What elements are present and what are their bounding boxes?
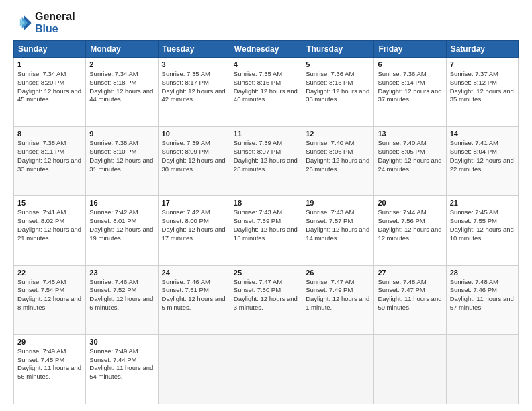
day-info: Sunrise: 7:43 AMSunset: 7:57 PMDaylight:… [306,208,370,242]
page: General Blue Sunday Monday Tuesday Wedne… [0,0,532,411]
calendar-cell: 10Sunrise: 7:39 AMSunset: 8:09 PMDayligh… [158,127,230,196]
day-number: 23 [89,269,154,277]
day-number: 28 [450,269,515,277]
day-info: Sunrise: 7:39 AMSunset: 8:09 PMDaylight:… [162,139,226,173]
calendar-week-row: 22Sunrise: 7:45 AMSunset: 7:54 PMDayligh… [14,265,519,334]
day-number: 15 [17,199,82,207]
calendar-cell: 27Sunrise: 7:48 AMSunset: 7:47 PMDayligh… [374,265,446,334]
day-info: Sunrise: 7:36 AMSunset: 8:14 PMDaylight:… [378,70,442,104]
logo: General Blue [13,11,75,35]
calendar-cell: 6Sunrise: 7:36 AMSunset: 8:14 PMDaylight… [374,58,446,127]
calendar-cell [446,334,518,404]
calendar-cell: 17Sunrise: 7:42 AMSunset: 8:00 PMDayligh… [158,196,230,265]
day-number: 24 [162,269,226,277]
calendar-cell: 24Sunrise: 7:46 AMSunset: 7:51 PMDayligh… [158,265,230,334]
calendar-cell: 20Sunrise: 7:44 AMSunset: 7:56 PMDayligh… [374,196,446,265]
th-saturday: Saturday [446,41,518,58]
day-number: 3 [162,60,226,68]
calendar-cell: 25Sunrise: 7:47 AMSunset: 7:50 PMDayligh… [230,265,302,334]
day-number: 16 [89,199,154,207]
th-friday: Friday [374,41,446,58]
calendar-cell: 22Sunrise: 7:45 AMSunset: 7:54 PMDayligh… [14,265,86,334]
day-number: 6 [378,60,442,68]
day-number: 13 [378,130,442,138]
day-info: Sunrise: 7:41 AMSunset: 8:02 PMDaylight:… [17,208,82,242]
day-info: Sunrise: 7:44 AMSunset: 7:56 PMDaylight:… [378,208,442,242]
calendar-cell: 19Sunrise: 7:43 AMSunset: 7:57 PMDayligh… [302,196,374,265]
day-info: Sunrise: 7:34 AMSunset: 8:18 PMDaylight:… [89,70,154,104]
day-info: Sunrise: 7:49 AMSunset: 7:45 PMDaylight:… [17,347,82,381]
day-number: 7 [450,60,515,68]
day-info: Sunrise: 7:37 AMSunset: 8:12 PMDaylight:… [450,70,515,104]
th-monday: Monday [86,41,158,58]
calendar-table: Sunday Monday Tuesday Wednesday Thursday… [13,40,519,404]
day-number: 2 [89,60,154,68]
day-info: Sunrise: 7:40 AMSunset: 8:05 PMDaylight:… [378,139,442,173]
calendar-week-row: 1Sunrise: 7:34 AMSunset: 8:20 PMDaylight… [14,58,519,127]
day-info: Sunrise: 7:48 AMSunset: 7:47 PMDaylight:… [378,278,442,312]
th-sunday: Sunday [14,41,86,58]
day-info: Sunrise: 7:41 AMSunset: 8:04 PMDaylight:… [450,139,515,173]
calendar-cell: 29Sunrise: 7:49 AMSunset: 7:45 PMDayligh… [14,334,86,404]
day-info: Sunrise: 7:47 AMSunset: 7:50 PMDaylight:… [234,278,298,312]
day-number: 11 [234,130,298,138]
th-tuesday: Tuesday [158,41,230,58]
day-number: 10 [162,130,226,138]
calendar-cell: 3Sunrise: 7:35 AMSunset: 8:17 PMDaylight… [158,58,230,127]
day-info: Sunrise: 7:45 AMSunset: 7:55 PMDaylight:… [450,208,515,242]
calendar-cell: 7Sunrise: 7:37 AMSunset: 8:12 PMDaylight… [446,58,518,127]
calendar-cell [374,334,446,404]
day-info: Sunrise: 7:42 AMSunset: 8:01 PMDaylight:… [89,208,154,242]
calendar-cell: 9Sunrise: 7:38 AMSunset: 8:10 PMDaylight… [86,127,158,196]
th-wednesday: Wednesday [230,41,302,58]
day-info: Sunrise: 7:38 AMSunset: 8:10 PMDaylight:… [89,139,154,173]
day-info: Sunrise: 7:42 AMSunset: 8:00 PMDaylight:… [162,208,226,242]
calendar-cell [158,334,230,404]
day-info: Sunrise: 7:45 AMSunset: 7:54 PMDaylight:… [17,278,82,312]
day-number: 21 [450,199,515,207]
calendar-cell: 5Sunrise: 7:36 AMSunset: 8:15 PMDaylight… [302,58,374,127]
th-thursday: Thursday [302,41,374,58]
calendar-cell: 13Sunrise: 7:40 AMSunset: 8:05 PMDayligh… [374,127,446,196]
day-info: Sunrise: 7:46 AMSunset: 7:52 PMDaylight:… [89,278,154,312]
day-number: 20 [378,199,442,207]
calendar-cell: 28Sunrise: 7:48 AMSunset: 7:46 PMDayligh… [446,265,518,334]
logo-icon [13,13,32,32]
day-info: Sunrise: 7:34 AMSunset: 8:20 PMDaylight:… [17,70,82,104]
calendar-cell: 14Sunrise: 7:41 AMSunset: 8:04 PMDayligh… [446,127,518,196]
day-number: 26 [306,269,370,277]
day-info: Sunrise: 7:49 AMSunset: 7:44 PMDaylight:… [89,347,154,381]
calendar-cell: 21Sunrise: 7:45 AMSunset: 7:55 PMDayligh… [446,196,518,265]
day-number: 19 [306,199,370,207]
calendar-cell: 1Sunrise: 7:34 AMSunset: 8:20 PMDaylight… [14,58,86,127]
calendar-cell [302,334,374,404]
weekday-header-row: Sunday Monday Tuesday Wednesday Thursday… [14,41,519,58]
day-info: Sunrise: 7:38 AMSunset: 8:11 PMDaylight:… [17,139,82,173]
day-number: 12 [306,130,370,138]
day-info: Sunrise: 7:43 AMSunset: 7:59 PMDaylight:… [234,208,298,242]
day-number: 5 [306,60,370,68]
calendar-cell: 11Sunrise: 7:39 AMSunset: 8:07 PMDayligh… [230,127,302,196]
day-info: Sunrise: 7:47 AMSunset: 7:49 PMDaylight:… [306,278,370,312]
day-number: 27 [378,269,442,277]
day-info: Sunrise: 7:35 AMSunset: 8:16 PMDaylight:… [234,70,298,104]
day-number: 29 [17,338,82,346]
day-number: 1 [17,60,82,68]
calendar-cell [230,334,302,404]
day-info: Sunrise: 7:48 AMSunset: 7:46 PMDaylight:… [450,278,515,312]
day-info: Sunrise: 7:40 AMSunset: 8:06 PMDaylight:… [306,139,370,173]
day-number: 22 [17,269,82,277]
calendar-week-row: 15Sunrise: 7:41 AMSunset: 8:02 PMDayligh… [14,196,519,265]
calendar-week-row: 8Sunrise: 7:38 AMSunset: 8:11 PMDaylight… [14,127,519,196]
calendar-cell: 12Sunrise: 7:40 AMSunset: 8:06 PMDayligh… [302,127,374,196]
day-info: Sunrise: 7:39 AMSunset: 8:07 PMDaylight:… [234,139,298,173]
calendar-cell: 15Sunrise: 7:41 AMSunset: 8:02 PMDayligh… [14,196,86,265]
calendar-cell: 23Sunrise: 7:46 AMSunset: 7:52 PMDayligh… [86,265,158,334]
calendar-cell: 4Sunrise: 7:35 AMSunset: 8:16 PMDaylight… [230,58,302,127]
calendar-week-row: 29Sunrise: 7:49 AMSunset: 7:45 PMDayligh… [14,334,519,404]
day-number: 18 [234,199,298,207]
calendar-cell: 8Sunrise: 7:38 AMSunset: 8:11 PMDaylight… [14,127,86,196]
day-info: Sunrise: 7:36 AMSunset: 8:15 PMDaylight:… [306,70,370,104]
day-info: Sunrise: 7:46 AMSunset: 7:51 PMDaylight:… [162,278,226,312]
calendar-cell: 2Sunrise: 7:34 AMSunset: 8:18 PMDaylight… [86,58,158,127]
